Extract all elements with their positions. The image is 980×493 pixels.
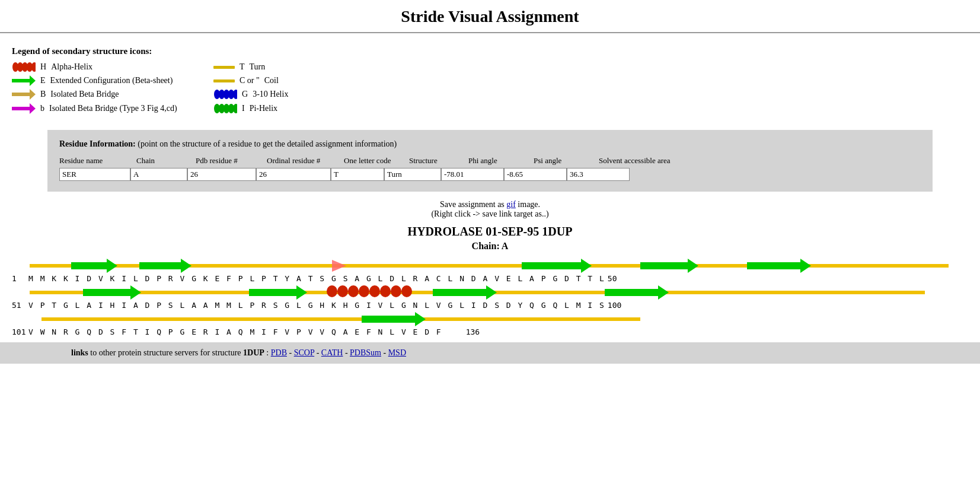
save-text2: image. [516,200,540,209]
legend-item-B: B Isolated Beta Bridge [12,88,213,100]
seq-structure-svg-2 [12,284,960,301]
legend-code-H: H [40,62,46,72]
legend-title: Legend of secondary structure icons: [12,46,968,56]
legend-item-G: G 3-10 Helix [213,88,415,100]
legend-label-B: Isolated Beta Bridge [50,90,119,99]
seq-num-end-1: 50 [608,274,617,283]
seq-letters-1: M M K K I D V K I L D P R V G K E F P L … [28,274,605,283]
protein-title: HYDROLASE 01-SEP-95 1DUP [0,225,980,238]
legend-code-I: I [242,104,245,113]
svg-rect-34 [83,289,130,296]
link-pdb[interactable]: PDB [271,348,287,357]
tan-arrow-icon [12,89,36,100]
legend-item-T: T Turn [213,61,415,73]
svg-point-40 [348,285,359,297]
green-helix-icon [213,103,237,114]
svg-marker-37 [296,285,307,300]
seq-num-end-3: 136 [466,327,480,336]
input-ordinal[interactable]: 26 [256,168,331,181]
legend-label-b: Isolated Beta Bridge (Type 3 Fig 4,cd) [49,104,177,113]
links-structure: 1DUP [243,348,264,357]
input-oneletter[interactable]: T [331,168,384,181]
link-cath[interactable]: CATH [321,348,343,357]
seq-row-2: 51 V P T G L A I H I A D P S L A A M M L… [12,284,968,310]
legend-label-C: Coil [264,76,279,85]
svg-point-42 [369,285,380,297]
svg-marker-6 [30,75,36,86]
svg-rect-24 [139,262,181,269]
seq-num-start-1: 1 [12,274,28,283]
input-residue-name[interactable]: SER [59,168,130,181]
legend-code-G: G [242,90,248,99]
save-text: Save assignment as [440,200,506,209]
page-title: Stride Visual Assignment [0,0,980,33]
yellow-line-icon [213,66,235,69]
col-solvent: Solvent accessible area [599,156,694,166]
gif-link[interactable]: gif [506,200,516,209]
svg-rect-36 [249,289,296,296]
svg-marker-31 [800,259,811,273]
svg-marker-47 [486,285,497,300]
seq-structure-1 [12,257,968,274]
seq-row-1: 1 M M K K I D V K I L D P R V G K E F P … [12,257,968,283]
col-pdb: Pdb residue # [196,156,267,166]
legend-item-I: I Pi-Helix [213,103,415,114]
residue-info-label: Residue Information: [59,139,136,148]
legend-item-H: H Alpha-Helix [12,61,213,73]
seq-num-start-3: 101 [12,327,28,336]
link-msd[interactable]: MSD [388,348,406,357]
coil-icon [213,79,235,82]
input-solvent[interactable]: 36.3 [567,168,630,181]
col-residue-name: Residue name [59,156,136,166]
link-pdbsum[interactable]: PDBSum [350,348,381,357]
legend-code-B: B [40,90,46,99]
residue-info-desc: (point on the structure of a residue to … [136,139,397,148]
col-chain: Chain [136,156,196,166]
seq-letters-3: V W N R G Q D S F T I Q P G E R I A Q M … [28,327,442,336]
input-psi[interactable]: -8.65 [504,168,567,181]
save-section: Save assignment as gif image. (Right cli… [0,200,980,219]
svg-rect-5 [12,79,30,82]
legend-section: Legend of secondary structure icons: H A… [0,42,980,124]
svg-marker-29 [688,259,698,273]
legend-label-H: Alpha-Helix [51,62,92,72]
svg-marker-23 [107,259,117,273]
seq-num-start-2: 51 [12,301,28,310]
links-label: links [71,348,88,357]
link-scop[interactable]: SCOP [294,348,315,357]
svg-point-20 [233,104,237,113]
col-oneletter: One letter code [344,156,409,166]
svg-rect-7 [12,93,30,96]
svg-marker-27 [581,259,592,273]
svg-marker-32 [332,260,346,272]
seq-structure-svg-1 [12,257,960,274]
seq-row-3: 101 V W N R G Q D S F T I Q P G E R I A … [12,311,968,336]
legend-label-I: Pi-Helix [250,104,277,113]
chain-title: Chain: A [0,241,980,252]
svg-marker-35 [130,285,141,300]
legend-code-T: T [240,62,245,72]
legend-item-E: E Extended Configuration (Beta-sheet) [12,75,213,86]
input-structure[interactable]: Turn [384,168,441,181]
svg-rect-26 [522,262,581,269]
legend-label-T: Turn [250,62,266,72]
legend-item-C: C or " Coil [213,75,415,86]
legend-label-G: 3-10 Helix [253,90,288,99]
input-chain[interactable]: A [130,168,187,181]
legend-code-E: E [40,76,46,85]
col-ordinal: Ordinal residue # [267,156,344,166]
svg-marker-8 [30,89,36,100]
links-section: links to other protein structure servers… [0,342,980,364]
svg-point-38 [327,285,337,297]
svg-marker-49 [658,285,669,300]
svg-marker-52 [415,312,426,326]
legend-label-E: Extended Configuration (Beta-sheet) [50,76,173,85]
residue-table-header: Residue name Chain Pdb residue # Ordinal… [59,156,921,166]
legend-item-b: b Isolated Beta Bridge (Type 3 Fig 4,cd) [12,103,213,114]
seq-letters-row-2: 51 V P T G L A I H I A D P S L A A M M L… [12,301,968,310]
svg-marker-25 [181,259,191,273]
input-pdb[interactable]: 26 [187,168,256,181]
seq-structure-2 [12,284,968,301]
svg-rect-30 [747,262,800,269]
input-phi[interactable]: -78.01 [441,168,504,181]
